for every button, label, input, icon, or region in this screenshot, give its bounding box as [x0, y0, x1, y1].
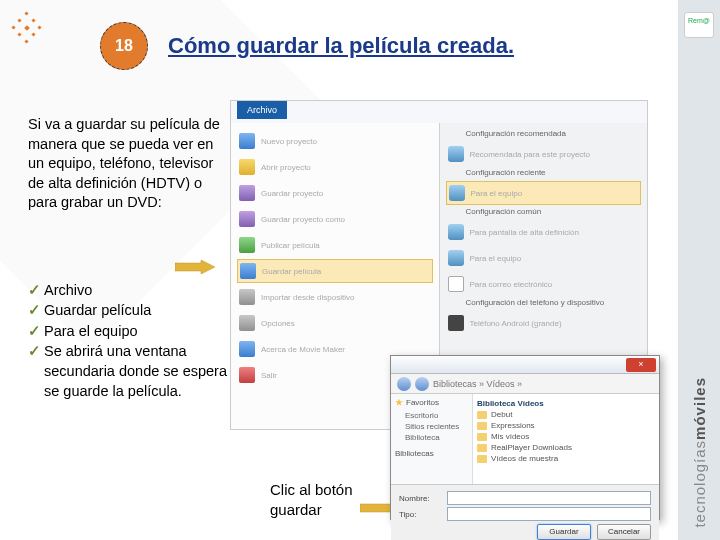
- check-icon: ✓: [28, 300, 41, 320]
- saveas-icon: [239, 211, 255, 227]
- dialog-sidebar: Favoritos Escritorio Sitios recientes Bi…: [391, 394, 473, 484]
- folder-icon: [477, 411, 487, 419]
- section-label: Configuración común: [466, 207, 642, 216]
- save-dialog: × Bibliotecas » Vídeos » Favoritos Escri…: [390, 355, 660, 520]
- menu-item[interactable]: Importar desde dispositivo: [237, 285, 433, 309]
- caption-text: Clic al botónguardar: [270, 480, 353, 519]
- nav-fwd-icon[interactable]: [415, 377, 429, 391]
- step-text: Para el equipo: [44, 321, 138, 341]
- dialog-titlebar: ×: [391, 356, 659, 374]
- star-icon: [395, 399, 403, 407]
- folder-item[interactable]: Debut: [477, 409, 655, 420]
- sidebar-head: Favoritos: [395, 398, 468, 407]
- dialog-file-pane: Biblioteca Vídeos Debut Expressions Mis …: [473, 394, 659, 484]
- save-icon: [239, 185, 255, 201]
- menu-item[interactable]: Publicar película: [237, 233, 433, 257]
- step-text: Archivo: [44, 280, 92, 300]
- section-label: Configuración del teléfono y dispositivo: [466, 298, 642, 307]
- steps-list: ✓Archivo ✓Guardar película ✓Para el equi…: [28, 280, 228, 402]
- menu-item[interactable]: Nuevo proyecto: [237, 129, 433, 153]
- menu-item-guardar-pelicula[interactable]: Guardar película: [237, 259, 433, 283]
- folder-item[interactable]: Expressions: [477, 420, 655, 431]
- options-icon: [239, 315, 255, 331]
- brand-text: tecnologíasmóviles: [691, 377, 708, 528]
- display-icon: [448, 146, 464, 162]
- save-movie-icon: [240, 263, 256, 279]
- folder-item[interactable]: Vídeos de muestra: [477, 453, 655, 464]
- publish-icon: [239, 237, 255, 253]
- config-item[interactable]: Para correo electrónico: [446, 272, 642, 296]
- nav-back-icon[interactable]: [397, 377, 411, 391]
- folder-icon: [477, 422, 487, 430]
- display-icon: [448, 250, 464, 266]
- check-icon: ✓: [28, 341, 41, 402]
- folder-icon: [477, 444, 487, 452]
- check-icon: ✓: [28, 321, 41, 341]
- about-icon: [239, 341, 255, 357]
- section-label: Configuración recomendada: [466, 129, 642, 138]
- config-item[interactable]: Para pantalla de alta definición: [446, 220, 642, 244]
- brand-sidebar: Rem@ tecnologíasmóviles: [678, 0, 720, 540]
- check-icon: ✓: [28, 280, 41, 300]
- rema-logo: Rem@: [684, 12, 714, 38]
- arrow-icon: [175, 260, 215, 274]
- display-icon: [449, 185, 465, 201]
- filetype-select[interactable]: [447, 507, 651, 521]
- step-text: Se abrirá una ventana secundaria donde s…: [44, 341, 228, 402]
- phone-icon: [448, 315, 464, 331]
- ribbon-tab-archivo[interactable]: Archivo: [237, 101, 287, 119]
- exit-icon: [239, 367, 255, 383]
- config-item[interactable]: Teléfono Android (grande): [446, 311, 642, 335]
- folder-icon: [477, 455, 487, 463]
- config-item-para-equipo[interactable]: Para el equipo: [446, 181, 642, 205]
- slide-title: Cómo guardar la película creada.: [168, 33, 514, 59]
- menu-item[interactable]: Opciones: [237, 311, 433, 335]
- sidebar-head: Bibliotecas: [395, 449, 468, 458]
- slide-number-badge: 18: [100, 22, 148, 70]
- close-button[interactable]: ×: [626, 358, 656, 372]
- dialog-toolbar: Bibliotecas » Vídeos »: [391, 374, 659, 394]
- mail-icon: [448, 276, 464, 292]
- folder-icon: [477, 433, 487, 441]
- file-pane-heading: Biblioteca Vídeos: [477, 398, 655, 409]
- import-icon: [239, 289, 255, 305]
- folder-icon: [239, 159, 255, 175]
- section-label: Configuración reciente: [466, 168, 642, 177]
- step-text: Guardar película: [44, 300, 151, 320]
- folder-item[interactable]: Mis vídeos: [477, 431, 655, 442]
- new-icon: [239, 133, 255, 149]
- name-label: Nombre:: [399, 494, 441, 503]
- filename-input[interactable]: [447, 491, 651, 505]
- svg-marker-0: [175, 260, 215, 274]
- menu-item[interactable]: Abrir proyecto: [237, 155, 433, 179]
- sidebar-item[interactable]: Escritorio: [395, 410, 468, 421]
- breadcrumb[interactable]: Bibliotecas » Vídeos »: [433, 379, 522, 389]
- type-label: Tipo:: [399, 510, 441, 519]
- sidebar-item[interactable]: Sitios recientes: [395, 421, 468, 432]
- config-item[interactable]: Recomendada para este proyecto: [446, 142, 642, 166]
- sidebar-item[interactable]: Biblioteca: [395, 432, 468, 443]
- deco-dots: [12, 12, 42, 42]
- menu-item[interactable]: Guardar proyecto: [237, 181, 433, 205]
- menu-item[interactable]: Guardar proyecto como: [237, 207, 433, 231]
- cancel-button[interactable]: Cancelar: [597, 524, 651, 540]
- folder-item[interactable]: RealPlayer Downloads: [477, 442, 655, 453]
- hdtv-icon: [448, 224, 464, 240]
- config-item[interactable]: Para el equipo: [446, 246, 642, 270]
- intro-paragraph: Si va a guardar su película de manera qu…: [28, 115, 223, 213]
- save-button[interactable]: Guardar: [537, 524, 591, 540]
